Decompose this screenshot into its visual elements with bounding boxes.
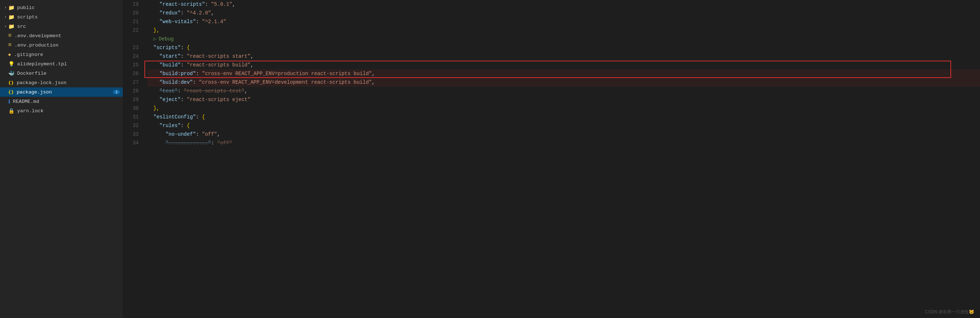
code-line-32: "rules": { [147, 121, 980, 130]
sidebar-item-label: package-lock.json [17, 80, 67, 86]
code-line-22: }, [147, 26, 980, 35]
sidebar-item-label: src [18, 24, 26, 29]
sidebar-item-label: README.md [13, 99, 39, 104]
line-num-23: 23 [123, 43, 138, 52]
lock-icon: 🔒 [8, 108, 14, 114]
sidebar-item-label: yarn.lock [18, 108, 44, 114]
code-line-21: "web-vitals": "^2.1.4" [147, 17, 980, 26]
sidebar-item-public[interactable]: › 📁 public [0, 3, 123, 12]
line-num-22: 22 [123, 26, 138, 35]
sidebar-item-env-prod[interactable]: › ≡ .env.production [0, 40, 123, 50]
code-line-20: "redux": "^4.2.0", [147, 9, 980, 17]
chevron-right-icon: › [4, 24, 7, 29]
sidebar-item-src[interactable]: › 📁 src [0, 22, 123, 31]
code-line-26: "build:prod": "cross-env REACT_APP_ENV=p… [147, 69, 980, 78]
code-line-27: "build:dev": "cross-env REACT_APP_ENV=de… [147, 78, 980, 87]
sidebar-item-env-dev[interactable]: › ≡ .env.development [0, 31, 123, 40]
code-line-19: "react-scripts": "5.0.1", [147, 0, 980, 9]
watermark: CSDN @在养一只虎纹🐱 [925, 309, 974, 315]
sidebar-item-label: .env.development [14, 33, 61, 39]
editor-content: 19 20 21 22 -- 23 24 25 26 27 28 29 30 3… [123, 0, 980, 318]
code-line-24: "start": "react-scripts start", [147, 52, 980, 60]
sidebar-item-label: package.json [17, 89, 52, 95]
line-num-debug: -- [123, 35, 138, 43]
line-num-32: 32 [123, 121, 138, 130]
sidebar-item-label: .env.production [14, 43, 59, 48]
sidebar-item-yarn-lock[interactable]: › 🔒 yarn.lock [0, 106, 123, 116]
tpl-file-icon: 💡 [8, 61, 14, 67]
sidebar-item-label: public [18, 5, 35, 11]
code-line-debug: ▷Debug [147, 35, 980, 43]
git-icon: ◆ [8, 52, 11, 57]
folder-icon: 📁 [8, 5, 14, 11]
env-file-icon: ≡ [8, 42, 12, 48]
chevron-right-icon: › [4, 5, 7, 10]
docker-icon: 🐳 [8, 70, 14, 76]
code-line-31: "eslintConfig": { [147, 113, 980, 121]
code-line-29: "eject": "react-scripts eject" [147, 95, 980, 104]
line-num-21: 21 [123, 17, 138, 26]
chevron-right-icon: › [4, 15, 7, 19]
line-num-34: 34 [123, 138, 138, 147]
sidebar-item-package-json[interactable]: › {} package.json 1 [0, 87, 123, 97]
line-num-26: 26 [123, 69, 138, 78]
sidebar-item-dockerfile[interactable]: › 🐳 Dockerfile [0, 68, 123, 78]
code-content[interactable]: "react-scripts": "5.0.1", "redux": "^4.2… [145, 0, 980, 318]
line-numbers: 19 20 21 22 -- 23 24 25 26 27 28 29 30 3… [123, 0, 145, 318]
line-num-19: 19 [123, 0, 138, 9]
git-changes-badge: 1 [113, 90, 120, 94]
code-line-25: "build": "react-scripts build", [147, 60, 980, 69]
folder-icon: 📁 [8, 14, 14, 20]
code-line-28: "test": "react-scripts test", [147, 87, 980, 95]
line-num-29: 29 [123, 95, 138, 104]
debug-arrow-icon: ▷ [147, 35, 156, 43]
line-num-33: 33 [123, 130, 138, 138]
sidebar-item-label: scripts [18, 14, 38, 20]
env-file-icon: ≡ [8, 32, 12, 39]
line-num-20: 20 [123, 9, 138, 17]
sidebar-item-alideployment[interactable]: › 💡 alideployment.tpl [0, 59, 123, 68]
line-num-28: 28 [123, 87, 138, 95]
sidebar-item-readme[interactable]: › ℹ README.md [0, 97, 123, 106]
json-icon: {} [8, 80, 14, 86]
json-icon: {} [8, 89, 14, 95]
file-explorer: › 📁 public › 📁 scripts › 📁 src › ≡ .env.… [0, 0, 123, 318]
line-num-27: 27 [123, 78, 138, 87]
code-line-33: "no-undef": "off", [147, 130, 980, 138]
line-num-25: 25 [123, 60, 138, 69]
sidebar-item-label: Dockerfile [18, 71, 46, 76]
code-editor: 19 20 21 22 -- 23 24 25 26 27 28 29 30 3… [123, 0, 980, 318]
code-line-23: "scripts": { [147, 43, 980, 52]
line-num-24: 24 [123, 52, 138, 60]
code-line-30: }, [147, 104, 980, 113]
readme-icon: ℹ [8, 99, 10, 105]
sidebar-item-label: alideployment.tpl [18, 61, 67, 67]
folder-icon: 📁 [8, 24, 14, 30]
sidebar-item-label: .gitignore [14, 52, 43, 57]
line-num-30: 30 [123, 104, 138, 113]
line-num-31: 31 [123, 113, 138, 121]
sidebar-item-gitignore[interactable]: › ◆ .gitignore [0, 50, 123, 59]
sidebar-item-package-lock[interactable]: › {} package-lock.json [0, 78, 123, 87]
code-line-34: ".............": "off" [147, 138, 980, 147]
sidebar-item-scripts[interactable]: › 📁 scripts [0, 12, 123, 22]
